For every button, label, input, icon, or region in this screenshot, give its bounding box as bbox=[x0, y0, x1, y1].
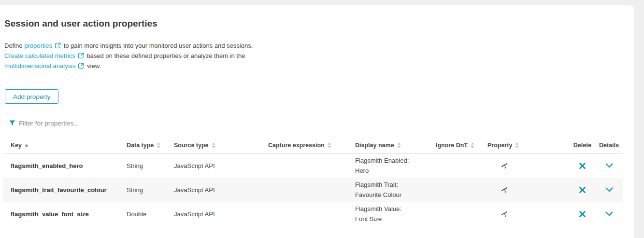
filter-input[interactable] bbox=[19, 120, 173, 127]
description: Define properties to gain more insights … bbox=[4, 41, 634, 71]
sort-icon bbox=[212, 142, 215, 148]
table-header-row: Key Data type Source type Capture expres… bbox=[3, 138, 623, 154]
display-name-line: Font Size bbox=[355, 214, 436, 224]
column-label: Display name bbox=[355, 142, 394, 149]
description-text: to gain more insights into your monitore… bbox=[64, 42, 253, 49]
details-cell bbox=[595, 186, 623, 193]
display-name-line: Flagsmith Enabled: bbox=[355, 155, 436, 166]
details-cell bbox=[595, 210, 623, 217]
column-label: Details bbox=[599, 142, 619, 149]
column-header-capture-expression[interactable]: Capture expression bbox=[268, 142, 355, 149]
column-label: Source type bbox=[174, 142, 209, 149]
delete-cell bbox=[570, 185, 595, 195]
display-name-line: Flagsmith Value: bbox=[355, 204, 436, 214]
table-row: flagsmith_enabled_hero String JavaScript… bbox=[3, 154, 623, 178]
sort-icon bbox=[471, 142, 474, 148]
display-name-line: Hero bbox=[355, 166, 436, 176]
table-row: flagsmith_value_font_size Double JavaScr… bbox=[3, 202, 623, 226]
column-header-data-type[interactable]: Data type bbox=[127, 142, 174, 149]
column-header-display-name[interactable]: Display name bbox=[355, 142, 436, 149]
external-link-icon bbox=[78, 53, 84, 59]
details-toggle[interactable] bbox=[604, 210, 614, 217]
display-name-line: Favourite Colour bbox=[355, 190, 436, 200]
filter-bar bbox=[9, 118, 634, 128]
chevron-down-icon bbox=[605, 187, 613, 192]
column-label: Property bbox=[487, 142, 512, 149]
column-label: Ignore DnT bbox=[436, 142, 468, 149]
sort-icon bbox=[397, 142, 401, 148]
add-property-button[interactable]: Add property bbox=[5, 89, 58, 104]
properties-table: Key Data type Source type Capture expres… bbox=[3, 138, 623, 226]
filter-icon bbox=[9, 120, 15, 126]
sort-icon bbox=[328, 142, 331, 148]
data-type-cell: String bbox=[127, 162, 174, 169]
x-icon bbox=[579, 162, 586, 169]
sort-icon bbox=[515, 142, 519, 148]
description-text: based on these defined properties or ana… bbox=[86, 52, 245, 59]
source-type-cell: JavaScript API bbox=[174, 162, 268, 169]
description-line: Define properties to gain more insights … bbox=[4, 41, 634, 51]
property-type-cell bbox=[487, 210, 570, 218]
multidimensional-analysis-link[interactable]: multidimensional analysis bbox=[4, 62, 75, 70]
column-label: Data type bbox=[127, 142, 154, 149]
column-header-property[interactable]: Property bbox=[487, 142, 570, 149]
x-icon bbox=[579, 210, 586, 218]
source-type-cell: JavaScript API bbox=[174, 210, 268, 218]
session-action-arrows-icon bbox=[500, 186, 508, 194]
column-header-key[interactable]: Key bbox=[11, 142, 127, 149]
table-row: flagsmith_trait_favourite_colour String … bbox=[3, 178, 623, 202]
calculated-metrics-link[interactable]: Create calculated metrics bbox=[4, 52, 75, 59]
delete-cell bbox=[570, 161, 595, 170]
column-label: Delete bbox=[573, 142, 592, 149]
chevron-down-icon bbox=[605, 163, 613, 168]
chevron-down-icon bbox=[605, 211, 613, 216]
content-card: Session and user action properties Defin… bbox=[0, 5, 634, 238]
properties-link[interactable]: properties bbox=[24, 42, 52, 49]
description-line: multidimensional analysis view. bbox=[4, 61, 634, 71]
description-line: Create calculated metrics based on these… bbox=[4, 51, 634, 61]
external-link-icon bbox=[78, 63, 84, 69]
display-name-line: Flagsmith Trait: bbox=[355, 180, 436, 190]
column-header-source-type[interactable]: Source type bbox=[174, 142, 268, 149]
sort-ascending-icon bbox=[25, 144, 29, 147]
external-link-icon bbox=[55, 42, 61, 49]
details-toggle[interactable] bbox=[604, 162, 614, 169]
description-text: Define bbox=[4, 42, 23, 49]
property-type-cell bbox=[487, 186, 570, 194]
column-header-ignore-dnt[interactable]: Ignore DnT bbox=[436, 142, 487, 149]
description-text: view. bbox=[87, 62, 101, 70]
column-label: Key bbox=[11, 142, 22, 149]
display-name-cell: Flagsmith Value: Font Size bbox=[355, 204, 436, 224]
property-key: flagsmith_enabled_hero bbox=[11, 162, 127, 169]
delete-button[interactable] bbox=[578, 161, 587, 170]
column-header-delete: Delete bbox=[570, 142, 595, 149]
source-type-cell: JavaScript API bbox=[174, 186, 268, 194]
display-name-cell: Flagsmith Enabled: Hero bbox=[355, 155, 436, 176]
scroll-gutter bbox=[634, 0, 644, 238]
delete-cell bbox=[570, 210, 595, 219]
page-title: Session and user action properties bbox=[4, 18, 634, 29]
session-action-arrows-icon bbox=[500, 210, 508, 218]
delete-button[interactable] bbox=[578, 185, 587, 195]
display-name-cell: Flagsmith Trait: Favourite Colour bbox=[355, 180, 436, 200]
property-type-cell bbox=[487, 162, 570, 170]
property-key: flagsmith_trait_favourite_colour bbox=[11, 186, 127, 194]
details-toggle[interactable] bbox=[604, 186, 614, 193]
x-icon bbox=[579, 186, 586, 194]
session-action-arrows-icon bbox=[500, 162, 508, 170]
delete-button[interactable] bbox=[578, 210, 587, 219]
data-type-cell: Double bbox=[127, 210, 174, 218]
property-key: flagsmith_value_font_size bbox=[11, 210, 127, 218]
column-header-details: Details bbox=[595, 142, 623, 149]
data-type-cell: String bbox=[127, 186, 174, 194]
details-cell bbox=[595, 162, 623, 169]
column-label: Capture expression bbox=[268, 142, 325, 149]
sort-icon bbox=[157, 142, 160, 148]
